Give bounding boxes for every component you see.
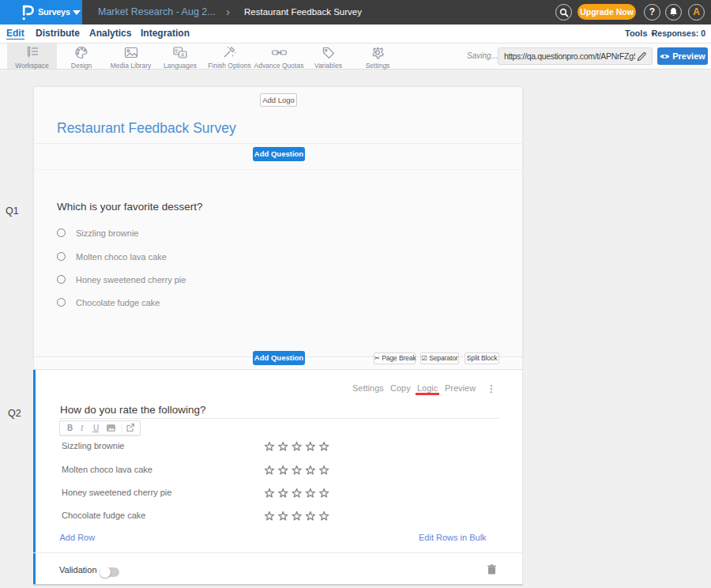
svg-text:A: A bbox=[181, 52, 185, 58]
svg-text:I: I bbox=[80, 424, 84, 432]
svg-text:U: U bbox=[93, 424, 99, 432]
svg-text:文: 文 bbox=[174, 48, 179, 54]
svg-text:B: B bbox=[67, 424, 73, 432]
